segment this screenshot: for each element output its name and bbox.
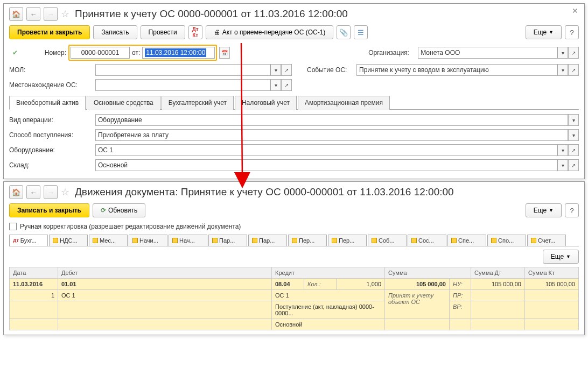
movements-tab-8[interactable]: Пер... bbox=[328, 235, 367, 246]
movements-tab-5[interactable]: Пар... bbox=[208, 235, 247, 246]
open-icon[interactable]: ↗ bbox=[568, 64, 579, 76]
movements-tab-10[interactable]: Сос... bbox=[408, 235, 446, 246]
forward-button[interactable]: → bbox=[44, 7, 58, 21]
movements-tab-12[interactable]: Спо... bbox=[487, 235, 526, 246]
movements-tab-6[interactable]: Пар... bbox=[248, 235, 287, 246]
more-button[interactable]: Еще ▼ bbox=[526, 25, 562, 39]
mol-label: МОЛ: bbox=[9, 66, 93, 74]
mol-field[interactable] bbox=[95, 64, 270, 76]
movements-tab-1[interactable]: НДС... bbox=[49, 235, 88, 246]
operation-type-label: Вид операции: bbox=[9, 116, 93, 124]
page-title: Принятие к учету ОС 0000-000001 от 11.03… bbox=[75, 8, 348, 20]
dropdown-icon[interactable]: ▾ bbox=[270, 64, 281, 76]
tab-depreciation-bonus[interactable]: Амортизационная премия bbox=[298, 96, 390, 110]
col-sum-kt[interactable]: Сумма Кт bbox=[525, 267, 579, 279]
organization-field[interactable]: Монета ООО bbox=[418, 47, 557, 59]
post-and-close-button[interactable]: Провести и закрыть bbox=[9, 25, 90, 39]
tab-noncurrent-asset[interactable]: Внеоборотный актив bbox=[9, 96, 86, 110]
warehouse-field[interactable]: Основной bbox=[95, 159, 557, 171]
equipment-label: Оборудование: bbox=[9, 146, 93, 154]
location-field[interactable] bbox=[95, 79, 270, 91]
number-label: Номер: bbox=[23, 49, 66, 56]
manual-edit-checkbox[interactable] bbox=[9, 223, 17, 230]
tab-fixed-assets[interactable]: Основные средства bbox=[87, 96, 160, 110]
movements-tab-13[interactable]: Счет... bbox=[527, 235, 566, 246]
attach-button[interactable]: 📎 bbox=[337, 25, 351, 39]
dropdown-icon[interactable]: ▾ bbox=[568, 129, 579, 141]
back-button[interactable]: ← bbox=[26, 185, 40, 199]
event-label: Событие ОС: bbox=[307, 66, 354, 74]
help-button[interactable]: ? bbox=[565, 203, 579, 217]
dt-kt-icon[interactable]: ДтКт bbox=[188, 25, 202, 39]
movements-tab-9[interactable]: Соб... bbox=[368, 235, 407, 246]
dropdown-icon[interactable]: ▾ bbox=[568, 114, 579, 126]
refresh-icon: ⟳ bbox=[101, 207, 106, 214]
movements-tab-0[interactable]: ДтБухг... bbox=[9, 235, 48, 246]
movements-tab-4[interactable]: Нач... bbox=[169, 235, 207, 246]
equipment-field[interactable]: ОС 1 bbox=[95, 144, 557, 156]
write-and-close-button[interactable]: Записать и закрыть bbox=[9, 203, 89, 217]
grid-more-button[interactable]: Еще ▼ bbox=[543, 250, 579, 264]
movements-tab-2[interactable]: Мес... bbox=[89, 235, 128, 246]
open-icon[interactable]: ↗ bbox=[568, 159, 579, 171]
back-button[interactable]: ← bbox=[26, 7, 40, 21]
col-date[interactable]: Дата bbox=[10, 267, 58, 279]
dropdown-icon[interactable]: ▾ bbox=[557, 47, 568, 59]
home-button[interactable]: 🏠 bbox=[9, 185, 23, 199]
event-field[interactable]: Принятие к учету с вводом в эксплуатацию bbox=[356, 64, 557, 76]
table-row[interactable]: Основной bbox=[10, 319, 579, 330]
movements-tabs: ДтБухг... НДС... Мес... Начи... Нач... П… bbox=[9, 235, 579, 246]
report-button[interactable]: ☰ bbox=[354, 25, 368, 39]
date-field[interactable]: 11.03.2016 12:00:00 bbox=[142, 47, 215, 59]
table-row[interactable]: 1 ОС 1 ОС 1 Принят к учету объект ОС ПР: bbox=[10, 290, 579, 301]
close-icon[interactable]: ✕ bbox=[572, 6, 578, 15]
table-row[interactable]: 11.03.2016 01.01 08.04 Кол.: 1,000 105 0… bbox=[10, 279, 579, 290]
forward-button[interactable]: → bbox=[44, 185, 58, 199]
dropdown-icon[interactable]: ▾ bbox=[557, 64, 568, 76]
operation-type-field[interactable]: Оборудование bbox=[95, 114, 568, 126]
print-act-button[interactable]: 🖨Акт о приеме-передаче ОС (ОС-1) bbox=[206, 25, 334, 39]
table-row[interactable]: Поступление (акт, накладная) 0000-0000..… bbox=[10, 301, 579, 319]
warehouse-label: Склад: bbox=[9, 161, 93, 169]
doc-status-icon: ✔ bbox=[9, 47, 21, 59]
receipt-method-label: Способ поступления: bbox=[9, 131, 93, 139]
calendar-icon[interactable]: 📅 bbox=[219, 47, 230, 59]
tab-tax[interactable]: Налоговый учет bbox=[235, 96, 297, 110]
from-label: от: bbox=[132, 49, 140, 56]
number-field[interactable]: 0000-000001 bbox=[71, 47, 130, 59]
dropdown-icon[interactable]: ▾ bbox=[270, 79, 281, 91]
organization-label: Организация: bbox=[368, 49, 416, 56]
post-button[interactable]: Провести bbox=[141, 25, 185, 39]
main-tabs: Внеоборотный актив Основные средства Бух… bbox=[9, 95, 579, 110]
dropdown-icon[interactable]: ▾ bbox=[557, 159, 568, 171]
help-button[interactable]: ? bbox=[565, 25, 579, 39]
open-icon[interactable]: ↗ bbox=[281, 79, 292, 91]
location-label: Местонахождение ОС: bbox=[9, 81, 93, 89]
movements-title: Движения документа: Принятие к учету ОС … bbox=[75, 186, 454, 198]
refresh-button[interactable]: ⟳Обновить bbox=[93, 203, 145, 217]
col-sum[interactable]: Сумма bbox=[385, 267, 471, 279]
col-debit[interactable]: Дебет bbox=[58, 267, 272, 279]
col-sum-dt[interactable]: Сумма Дт bbox=[471, 267, 525, 279]
star-icon[interactable]: ☆ bbox=[61, 186, 69, 198]
movements-tab-7[interactable]: Пер... bbox=[288, 235, 327, 246]
open-icon[interactable]: ↗ bbox=[568, 47, 579, 59]
more-button[interactable]: Еще ▼ bbox=[526, 203, 562, 217]
open-icon[interactable]: ↗ bbox=[281, 64, 292, 76]
home-button[interactable]: 🏠 bbox=[9, 7, 23, 21]
receipt-method-field[interactable]: Приобретение за плату bbox=[95, 129, 568, 141]
dropdown-icon[interactable]: ▾ bbox=[557, 144, 568, 156]
open-icon[interactable]: ↗ bbox=[568, 144, 579, 156]
movements-tab-11[interactable]: Спе... bbox=[447, 235, 486, 246]
manual-edit-label: Ручная корректировка (разрешает редактир… bbox=[20, 223, 241, 230]
star-icon[interactable]: ☆ bbox=[61, 8, 69, 20]
movements-tab-3[interactable]: Начи... bbox=[129, 235, 167, 246]
write-button[interactable]: Записать bbox=[93, 25, 137, 39]
tab-accounting[interactable]: Бухгалтерский учет bbox=[162, 96, 234, 110]
accounting-grid: Дата Дебет Кредит Сумма Сумма Дт Сумма К… bbox=[9, 267, 579, 330]
col-credit[interactable]: Кредит bbox=[272, 267, 385, 279]
